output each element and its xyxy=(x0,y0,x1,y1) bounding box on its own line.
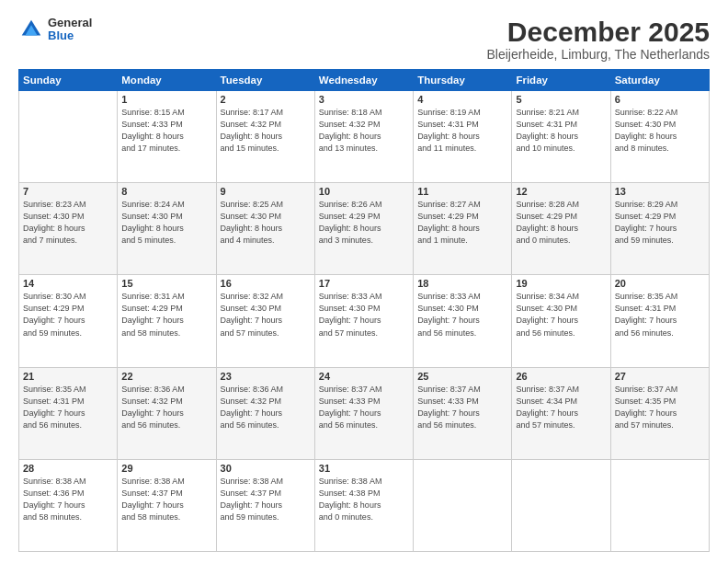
calendar-cell: 9Sunrise: 8:25 AMSunset: 4:30 PMDaylight… xyxy=(216,183,314,275)
calendar-cell: 11Sunrise: 8:27 AMSunset: 4:29 PMDayligh… xyxy=(414,183,512,275)
day-number: 3 xyxy=(319,94,409,105)
calendar-cell: 27Sunrise: 8:37 AMSunset: 4:35 PMDayligh… xyxy=(610,367,709,459)
calendar-cell: 25Sunrise: 8:37 AMSunset: 4:33 PMDayligh… xyxy=(414,367,512,459)
day-info: Sunrise: 8:37 AMSunset: 4:35 PMDaylight:… xyxy=(615,384,705,431)
day-number: 14 xyxy=(23,278,113,289)
calendar-cell: 12Sunrise: 8:28 AMSunset: 4:29 PMDayligh… xyxy=(512,183,610,275)
day-info: Sunrise: 8:37 AMSunset: 4:33 PMDaylight:… xyxy=(319,384,409,431)
day-number: 28 xyxy=(23,463,113,474)
page: General Blue December 2025 Bleijerheide,… xyxy=(0,0,728,563)
calendar-cell xyxy=(512,459,610,551)
day-info: Sunrise: 8:38 AMSunset: 4:37 PMDaylight:… xyxy=(121,476,211,523)
day-info: Sunrise: 8:36 AMSunset: 4:32 PMDaylight:… xyxy=(121,384,211,431)
day-number: 17 xyxy=(319,278,409,289)
calendar-header-saturday: Saturday xyxy=(610,70,709,91)
day-info: Sunrise: 8:22 AMSunset: 4:30 PMDaylight:… xyxy=(615,107,705,155)
calendar-cell: 7Sunrise: 8:23 AMSunset: 4:30 PMDaylight… xyxy=(19,183,118,275)
calendar-header-row: SundayMondayTuesdayWednesdayThursdayFrid… xyxy=(19,70,710,91)
calendar-cell: 16Sunrise: 8:32 AMSunset: 4:30 PMDayligh… xyxy=(216,275,314,367)
day-info: Sunrise: 8:35 AMSunset: 4:31 PMDaylight:… xyxy=(23,384,113,431)
calendar-header-tuesday: Tuesday xyxy=(216,70,314,91)
day-number: 21 xyxy=(23,371,113,382)
calendar-week-4: 21Sunrise: 8:35 AMSunset: 4:31 PMDayligh… xyxy=(19,367,710,459)
day-info: Sunrise: 8:34 AMSunset: 4:30 PMDaylight:… xyxy=(516,291,606,339)
day-number: 27 xyxy=(615,371,705,382)
calendar-cell: 1Sunrise: 8:15 AMSunset: 4:33 PMDaylight… xyxy=(118,91,216,183)
day-number: 22 xyxy=(121,371,211,382)
calendar-week-1: 1Sunrise: 8:15 AMSunset: 4:33 PMDaylight… xyxy=(19,91,710,183)
day-info: Sunrise: 8:26 AMSunset: 4:29 PMDaylight:… xyxy=(319,199,409,247)
day-number: 26 xyxy=(516,371,606,382)
day-info: Sunrise: 8:25 AMSunset: 4:30 PMDaylight:… xyxy=(221,199,311,247)
calendar-cell xyxy=(19,91,118,183)
day-number: 1 xyxy=(121,94,211,105)
location: Bleijerheide, Limburg, The Netherlands xyxy=(486,47,710,62)
calendar-cell xyxy=(414,459,512,551)
calendar-cell xyxy=(610,459,709,551)
day-number: 15 xyxy=(121,278,211,289)
calendar-cell: 4Sunrise: 8:19 AMSunset: 4:31 PMDaylight… xyxy=(414,91,512,183)
calendar-cell: 2Sunrise: 8:17 AMSunset: 4:32 PMDaylight… xyxy=(216,91,314,183)
calendar-week-2: 7Sunrise: 8:23 AMSunset: 4:30 PMDaylight… xyxy=(19,183,710,275)
day-info: Sunrise: 8:24 AMSunset: 4:30 PMDaylight:… xyxy=(121,199,211,247)
calendar-cell: 23Sunrise: 8:36 AMSunset: 4:32 PMDayligh… xyxy=(216,367,314,459)
day-number: 18 xyxy=(417,278,507,289)
calendar-cell: 6Sunrise: 8:22 AMSunset: 4:30 PMDaylight… xyxy=(610,91,709,183)
calendar-header-friday: Friday xyxy=(512,70,610,91)
day-number: 12 xyxy=(516,186,606,197)
day-number: 11 xyxy=(417,186,507,197)
calendar-header-wednesday: Wednesday xyxy=(314,70,413,91)
day-info: Sunrise: 8:37 AMSunset: 4:34 PMDaylight:… xyxy=(516,384,606,431)
day-number: 31 xyxy=(319,463,409,474)
day-number: 6 xyxy=(615,94,705,105)
logo-general: General xyxy=(48,17,92,29)
day-info: Sunrise: 8:15 AMSunset: 4:33 PMDaylight:… xyxy=(121,107,211,155)
calendar-cell: 14Sunrise: 8:30 AMSunset: 4:29 PMDayligh… xyxy=(19,275,118,367)
day-number: 20 xyxy=(615,278,705,289)
day-info: Sunrise: 8:33 AMSunset: 4:30 PMDaylight:… xyxy=(417,291,507,339)
day-number: 30 xyxy=(221,463,311,474)
calendar-header-sunday: Sunday xyxy=(19,70,118,91)
calendar-week-3: 14Sunrise: 8:30 AMSunset: 4:29 PMDayligh… xyxy=(19,275,710,367)
day-number: 2 xyxy=(221,94,311,105)
calendar-cell: 5Sunrise: 8:21 AMSunset: 4:31 PMDaylight… xyxy=(512,91,610,183)
calendar-cell: 8Sunrise: 8:24 AMSunset: 4:30 PMDaylight… xyxy=(118,183,216,275)
calendar-cell: 19Sunrise: 8:34 AMSunset: 4:30 PMDayligh… xyxy=(512,275,610,367)
day-number: 7 xyxy=(23,186,113,197)
calendar-table: SundayMondayTuesdayWednesdayThursdayFrid… xyxy=(18,69,710,552)
logo: General Blue xyxy=(18,17,92,43)
day-number: 4 xyxy=(417,94,507,105)
calendar-cell: 22Sunrise: 8:36 AMSunset: 4:32 PMDayligh… xyxy=(118,367,216,459)
day-info: Sunrise: 8:38 AMSunset: 4:36 PMDaylight:… xyxy=(23,476,113,523)
calendar-cell: 31Sunrise: 8:38 AMSunset: 4:38 PMDayligh… xyxy=(314,459,413,551)
day-number: 16 xyxy=(221,278,311,289)
calendar-cell: 3Sunrise: 8:18 AMSunset: 4:32 PMDaylight… xyxy=(314,91,413,183)
day-number: 8 xyxy=(121,186,211,197)
day-number: 29 xyxy=(121,463,211,474)
day-info: Sunrise: 8:33 AMSunset: 4:30 PMDaylight:… xyxy=(319,291,409,339)
day-number: 5 xyxy=(516,94,606,105)
day-info: Sunrise: 8:30 AMSunset: 4:29 PMDaylight:… xyxy=(23,291,113,339)
day-number: 9 xyxy=(221,186,311,197)
day-number: 13 xyxy=(615,186,705,197)
calendar-cell: 21Sunrise: 8:35 AMSunset: 4:31 PMDayligh… xyxy=(19,367,118,459)
calendar-header-thursday: Thursday xyxy=(414,70,512,91)
day-number: 25 xyxy=(417,371,507,382)
day-info: Sunrise: 8:21 AMSunset: 4:31 PMDaylight:… xyxy=(516,107,606,155)
calendar-cell: 18Sunrise: 8:33 AMSunset: 4:30 PMDayligh… xyxy=(414,275,512,367)
logo-text: General Blue xyxy=(48,17,92,43)
day-info: Sunrise: 8:35 AMSunset: 4:31 PMDaylight:… xyxy=(615,291,705,339)
calendar-cell: 20Sunrise: 8:35 AMSunset: 4:31 PMDayligh… xyxy=(610,275,709,367)
day-info: Sunrise: 8:32 AMSunset: 4:30 PMDaylight:… xyxy=(221,291,311,339)
day-info: Sunrise: 8:28 AMSunset: 4:29 PMDaylight:… xyxy=(516,199,606,247)
calendar-cell: 24Sunrise: 8:37 AMSunset: 4:33 PMDayligh… xyxy=(314,367,413,459)
day-info: Sunrise: 8:19 AMSunset: 4:31 PMDaylight:… xyxy=(417,107,507,155)
calendar-cell: 30Sunrise: 8:38 AMSunset: 4:37 PMDayligh… xyxy=(216,459,314,551)
calendar-cell: 15Sunrise: 8:31 AMSunset: 4:29 PMDayligh… xyxy=(118,275,216,367)
day-info: Sunrise: 8:29 AMSunset: 4:29 PMDaylight:… xyxy=(615,199,705,247)
day-number: 19 xyxy=(516,278,606,289)
day-number: 24 xyxy=(319,371,409,382)
day-info: Sunrise: 8:27 AMSunset: 4:29 PMDaylight:… xyxy=(417,199,507,247)
calendar-cell: 29Sunrise: 8:38 AMSunset: 4:37 PMDayligh… xyxy=(118,459,216,551)
calendar-cell: 17Sunrise: 8:33 AMSunset: 4:30 PMDayligh… xyxy=(314,275,413,367)
